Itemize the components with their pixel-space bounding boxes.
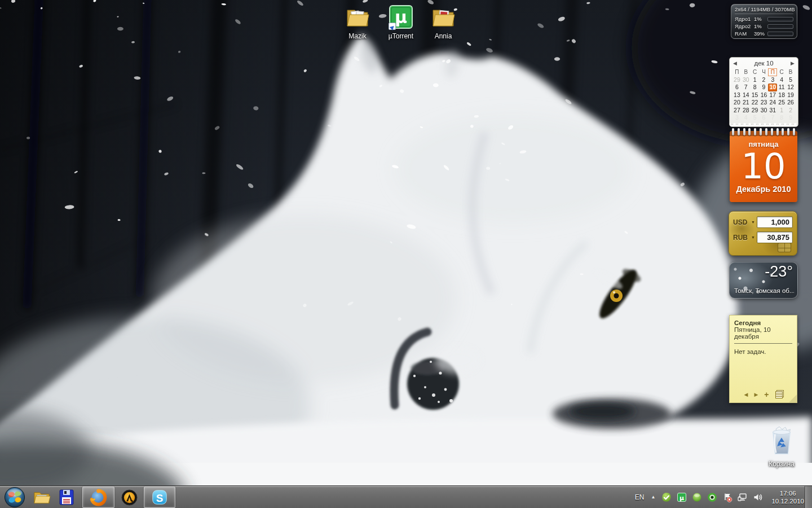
hidden-icons-arrow[interactable]: ▲ (651, 494, 656, 500)
start-button[interactable] (0, 487, 29, 508)
skype-status-tray-icon[interactable] (661, 492, 672, 502)
calendar-day-cell[interactable]: 30 (742, 76, 751, 84)
calendar-grid: ПВСЧПСВ293012345678910111213141516171819… (730, 68, 798, 122)
meter-bar (767, 17, 793, 21)
calendar-day-cell[interactable]: 7 (768, 114, 777, 122)
calendar-day-cell[interactable]: 6 (760, 114, 769, 122)
calendar-day-cell[interactable]: 15 (751, 91, 760, 99)
calendar-day-cell[interactable]: 4 (742, 114, 751, 122)
clock[interactable]: 17:06 10.12.2010 (771, 489, 804, 505)
calendar-day-cell[interactable]: 9 (760, 84, 769, 91)
note-prev-icon[interactable]: ◀ (744, 392, 748, 397)
antivirus-eye-tray-icon[interactable] (707, 492, 717, 502)
calendar-day-cell[interactable]: 2 (786, 107, 795, 115)
calendar-day-header: П (732, 68, 742, 76)
note-add-icon[interactable]: + (764, 390, 769, 399)
note-next-icon[interactable]: ▶ (754, 392, 758, 397)
clock-date: 10.12.2010 (771, 497, 804, 505)
calendar-day-header: П (768, 68, 777, 76)
desktop-icon-utorrent[interactable]: µ µTorrent (379, 5, 423, 40)
dropdown-arrow-icon[interactable]: ▼ (751, 220, 755, 224)
calendar-day-cell[interactable]: 29 (751, 107, 760, 115)
calendar-day-cell[interactable]: 1 (751, 76, 760, 84)
firefox-taskbar-button[interactable] (82, 487, 114, 508)
calendar-day-cell[interactable]: 5 (786, 76, 795, 84)
weather-gadget[interactable]: -23° Томск, Томская об... (729, 262, 798, 299)
calendar-day-cell[interactable]: 25 (777, 99, 786, 107)
dropdown-arrow-icon[interactable]: ▼ (751, 235, 755, 239)
calendar-day-cell[interactable]: 1 (777, 107, 786, 115)
show-desktop-button[interactable] (805, 486, 812, 508)
calendar-day-cell[interactable]: 27 (732, 107, 742, 115)
calendar-day-cell[interactable]: 30 (760, 107, 769, 115)
note-title: Сегодня (734, 319, 792, 326)
calendar-day-cell[interactable]: 6 (732, 84, 742, 91)
calendar-day-cell[interactable]: 28 (742, 107, 751, 115)
calendar-day-cell[interactable]: 3 (768, 76, 777, 84)
calendar-day-cell[interactable]: 13 (732, 91, 742, 99)
calendar-day-header: С (751, 68, 760, 76)
calendar-day-cell[interactable]: 29 (732, 76, 742, 84)
currency-amount-rub[interactable]: 30,875 (757, 231, 793, 243)
calendar-day-cell[interactable]: 3 (732, 114, 742, 122)
calendar-day-cell[interactable]: 31 (768, 107, 777, 115)
clock-time: 17:06 (771, 489, 804, 497)
calendar-day-cell[interactable]: 14 (742, 91, 751, 99)
calendar-day-header: Ч (760, 68, 769, 76)
floppy-app-taskbar-button[interactable] (54, 487, 79, 508)
windows-orb-icon (4, 487, 25, 508)
currency-amount-usd[interactable]: 1,000 (757, 216, 793, 228)
cpu-core2-meter: Ядро2 1% (735, 23, 793, 30)
calendar-day-cell[interactable]: 24 (768, 99, 777, 107)
calendar-day-cell[interactable]: 20 (732, 99, 742, 107)
calendar-day-cell[interactable]: 11 (777, 84, 786, 91)
calendar-day-header: В (742, 68, 751, 76)
recycle-bin[interactable]: Корзина (762, 426, 801, 468)
calendar-month-label: дек 10 (737, 60, 791, 67)
calendar-next-icon[interactable]: ▶ (791, 60, 795, 66)
note-body[interactable]: Нет задач. (734, 348, 792, 355)
utorrent-icon: µ (388, 5, 414, 30)
calendar-day-cell[interactable]: 8 (751, 84, 760, 91)
calendar-day-cell[interactable]: 16 (760, 91, 769, 99)
currency-code-usd[interactable]: USD (733, 218, 753, 226)
language-indicator[interactable]: EN (633, 493, 646, 501)
currency-code-rub[interactable]: RUB (733, 234, 753, 242)
desktop-icon-mazik[interactable]: Mazik (336, 5, 379, 40)
system-monitor-gadget[interactable]: 2x64 / 1194MB / 3070MB Ядро1 1% Ядро2 1%… (731, 4, 797, 39)
desktop-icon-annia[interactable]: Annia (421, 5, 465, 40)
calendar-day-cell[interactable]: 2 (760, 76, 769, 84)
calendar-prev-icon[interactable]: ◀ (733, 60, 737, 66)
aimp-taskbar-button[interactable] (118, 487, 140, 508)
calendar-day-cell[interactable]: 9 (786, 114, 795, 122)
network-tray-icon[interactable] (738, 492, 748, 502)
calendar-day-cell[interactable]: 5 (751, 114, 760, 122)
utorrent-tray-icon[interactable]: µ (677, 492, 687, 502)
calendar-day-cell[interactable]: 17 (768, 91, 777, 99)
currency-gadget[interactable]: USD ▼ 1,000 RUB ▼ 30,875 (729, 211, 797, 256)
calendar-day-cell[interactable]: 23 (760, 99, 769, 107)
skype-taskbar-button[interactable]: S (144, 487, 175, 508)
desktop-icon-label: µTorrent (379, 32, 423, 40)
calendar-day-cell[interactable]: 18 (777, 91, 786, 99)
volume-tray-icon[interactable] (753, 492, 763, 502)
calendar-today-cell[interactable]: 10 (768, 84, 777, 91)
calendar-day-cell[interactable]: 7 (742, 84, 751, 91)
calendar-gadget[interactable]: ◀ дек 10 ▶ ПВСЧПСВ2930123456789101112131… (729, 57, 798, 127)
explorer-taskbar-button[interactable] (29, 487, 54, 508)
meter-bar (767, 24, 793, 29)
folder-icon (345, 5, 370, 30)
calendar-day-cell[interactable]: 19 (786, 91, 795, 99)
calendar-day-cell[interactable]: 8 (777, 114, 786, 122)
notes-gadget[interactable]: Сегодня Пятница, 10 декабря Нет задач. ◀… (729, 315, 797, 403)
calendar-day-cell[interactable]: 21 (742, 99, 751, 107)
calendar-day-cell[interactable]: 4 (777, 76, 786, 84)
note-page-icon[interactable] (775, 391, 783, 398)
date-page-gadget[interactable]: пятница 10 Декабрь 2010 (730, 131, 797, 202)
calendar-day-cell[interactable]: 26 (786, 99, 795, 107)
green-orb-tray-icon[interactable] (692, 492, 702, 502)
calendar-day-cell[interactable]: 12 (786, 84, 795, 91)
calendar-day-cell[interactable]: 22 (751, 99, 760, 107)
recycle-bin-label: Корзина (762, 460, 801, 468)
action-center-flag-icon[interactable] (722, 492, 732, 502)
